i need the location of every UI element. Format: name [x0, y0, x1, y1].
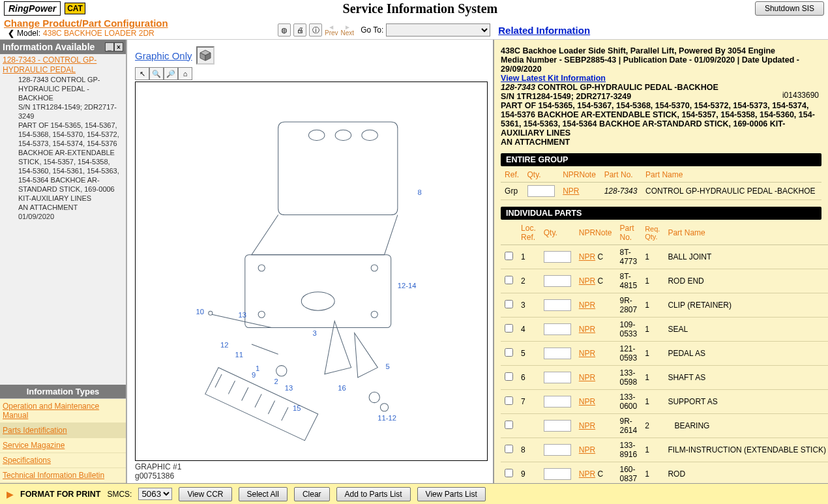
svg-text:12: 12: [220, 341, 228, 349]
row-npr-link[interactable]: NPR: [579, 349, 595, 358]
row-npr-link[interactable]: NPR: [579, 469, 595, 479]
info-type-item[interactable]: Service Magazine: [0, 438, 126, 453]
brand-logo: RingPower: [4, 1, 61, 16]
svg-text:11: 11: [235, 351, 243, 359]
row-checkbox[interactable]: [505, 276, 513, 284]
zoom-in-icon[interactable]: 🔍: [149, 67, 164, 80]
row-qty-input[interactable]: [544, 444, 571, 456]
row-checkbox[interactable]: [505, 324, 513, 333]
info-type-item[interactable]: Technical Information Bulletin: [0, 468, 126, 483]
row-qty-input[interactable]: [544, 420, 571, 432]
row-npr-link[interactable]: NPR: [579, 397, 595, 406]
svg-point-10: [371, 311, 377, 318]
info-type-item[interactable]: Specifications: [0, 453, 126, 468]
grp-npr-link[interactable]: NPR: [563, 186, 579, 196]
group-row: Grp NPR 128-7343 CONTROL GP-HYDRAULIC PE…: [501, 183, 821, 200]
pointer-tool-icon[interactable]: ↖: [135, 67, 149, 80]
svg-text:13: 13: [239, 311, 246, 319]
sidebar-part-desc: 128-7343 CONTROL GP-HYDRAULIC PEDAL -BAC…: [0, 75, 126, 221]
sidebar-part-link[interactable]: 128-7343 - CONTROL GP-HYDRAULIC PEDAL: [0, 55, 126, 75]
clear-button[interactable]: Clear: [294, 487, 330, 501]
row-npr-link[interactable]: NPR: [579, 445, 595, 454]
svg-text:5: 5: [386, 363, 390, 370]
svg-text:11-12: 11-12: [377, 414, 396, 422]
row-npr-link[interactable]: NPR: [579, 421, 595, 430]
view-ccr-button[interactable]: View CCR: [179, 487, 231, 501]
sidebar-header: Information Available: [3, 42, 95, 52]
info-type-item[interactable]: Operation and Maintenance Manual: [0, 399, 126, 423]
svg-point-15: [276, 366, 287, 376]
row-checkbox[interactable]: [505, 252, 513, 260]
view-parts-button[interactable]: View Parts List: [417, 487, 486, 501]
row-checkbox[interactable]: [505, 445, 513, 453]
graphic-only-link[interactable]: Graphic Only: [135, 50, 192, 61]
smcs-select[interactable]: 5063: [138, 488, 172, 500]
sidebar: Information Available _ × 128-7343 - CON…: [0, 40, 127, 483]
part-title-rest: CONTROL GP-HYDRAULIC PEDAL -BACKHOE: [535, 83, 718, 92]
globe-icon[interactable]: ◍: [278, 23, 291, 37]
attach-line: AN ATTACHMENT: [501, 138, 821, 147]
related-info-link[interactable]: Related Information: [498, 25, 590, 36]
svg-point-5: [362, 130, 377, 140]
print-icon[interactable]: 🖨: [293, 23, 306, 37]
cube-3d-icon[interactable]: [196, 46, 214, 65]
row-qty-input[interactable]: [544, 396, 571, 408]
shutdown-button[interactable]: Shutdown SIS: [755, 1, 824, 16]
col-partname: Part Name: [642, 168, 821, 183]
table-row: 7NPR 133-06001SUPPORT AS: [501, 390, 828, 414]
back-icon[interactable]: ❮: [8, 29, 14, 38]
table-row: NPR 9R-26142 BEARING: [501, 414, 828, 438]
info-types-list: Operation and Maintenance ManualParts Id…: [0, 398, 126, 483]
row-npr-link[interactable]: NPR: [579, 301, 595, 310]
row-qty-input[interactable]: [544, 372, 571, 383]
svg-text:8: 8: [417, 188, 421, 196]
col-qty2: Qty.: [540, 221, 575, 245]
row-qty-input[interactable]: [544, 299, 571, 311]
row-qty-input[interactable]: [544, 251, 571, 263]
table-row: 3NPR 9R-28071CLIP (RETAINER): [501, 293, 828, 318]
home-icon[interactable]: ⌂: [178, 67, 192, 80]
col-nprnote2: NPRNote: [575, 221, 616, 245]
row-npr-link[interactable]: NPR: [579, 325, 595, 334]
diagram-viewport[interactable]: 8 12-14 10 13 12 11 1 9 2 13 16 5: [135, 82, 488, 461]
info-type-item[interactable]: Parts Identification: [0, 423, 126, 438]
grp-qty-input[interactable]: [527, 185, 555, 197]
row-checkbox[interactable]: [505, 469, 513, 477]
close-icon[interactable]: ×: [114, 42, 123, 52]
row-checkbox[interactable]: [505, 421, 513, 429]
row-npr-link[interactable]: NPR: [579, 373, 595, 382]
kit-info-link[interactable]: View Latest Kit Information: [501, 74, 606, 83]
minimize-icon[interactable]: _: [105, 42, 114, 52]
info-icon[interactable]: ⓘ: [309, 23, 322, 37]
add-to-parts-button[interactable]: Add to Parts List: [336, 487, 411, 501]
change-product-link[interactable]: Change Product/Part Configuration: [4, 18, 168, 29]
row-npr-link[interactable]: NPR: [579, 276, 595, 286]
row-qty-input[interactable]: [544, 348, 571, 359]
select-all-button[interactable]: Select All: [239, 487, 288, 501]
svg-point-9: [258, 311, 265, 318]
col-partname2: Part Name: [664, 221, 828, 245]
svg-rect-6: [245, 255, 391, 328]
row-checkbox[interactable]: [505, 348, 513, 357]
svg-line-20: [268, 401, 274, 414]
row-npr-link[interactable]: NPR: [579, 252, 595, 261]
row-checkbox[interactable]: [505, 372, 513, 381]
zoom-out-icon[interactable]: 🔎: [164, 67, 178, 80]
row-checkbox[interactable]: [505, 396, 513, 405]
svg-point-23: [380, 404, 388, 411]
doc-id: i01433690: [782, 91, 819, 100]
footer: ▶ FORMAT FOR PRINT SMCS: 5063 View CCR S…: [0, 483, 828, 504]
row-checkbox[interactable]: [505, 300, 513, 308]
goto-label: Go To:: [361, 25, 383, 35]
svg-text:3: 3: [313, 329, 317, 337]
model-name: 438C BACKHOE LOADER 2DR: [43, 29, 155, 38]
svg-line-21: [282, 408, 288, 421]
table-row: 2NPR C8T-48151ROD END: [501, 269, 828, 293]
info-types-header: Information Types: [0, 385, 126, 398]
row-qty-input[interactable]: [544, 323, 571, 335]
svg-text:1: 1: [256, 364, 259, 372]
row-qty-input[interactable]: [544, 468, 571, 480]
goto-select[interactable]: [386, 23, 490, 37]
row-qty-input[interactable]: [544, 275, 571, 287]
svg-point-8: [371, 265, 377, 271]
